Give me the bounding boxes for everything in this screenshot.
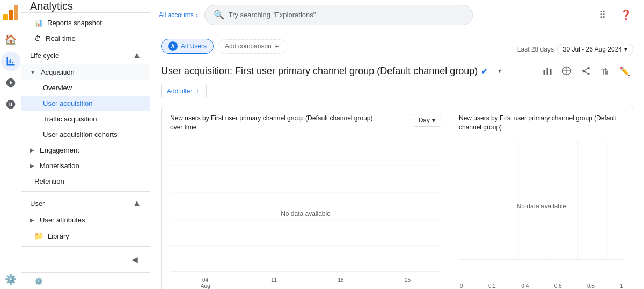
- right-chart-area: No data available 0 0.2 0.4 0.6 0.8 1: [459, 139, 624, 289]
- right-chart: New users by First user primary channel …: [450, 105, 633, 289]
- charts-row: New users by First user primary channel …: [161, 105, 633, 289]
- apps-icon[interactable]: ⠿: [592, 5, 612, 25]
- search-bar[interactable]: 🔍 Try searching "Explorations": [204, 5, 473, 25]
- breadcrumb[interactable]: All accounts ›: [159, 11, 198, 19]
- right-x-label-04: 0.4: [521, 283, 529, 289]
- settings-icon: ⚙️: [34, 277, 43, 285]
- svg-rect-3: [544, 70, 545, 75]
- svg-rect-0: [3, 14, 8, 20]
- compare-icon[interactable]: [558, 62, 575, 80]
- add-filter-button[interactable]: Add filter ＋: [161, 84, 207, 98]
- user-acquisition-link[interactable]: User acquisition: [21, 96, 150, 111]
- right-x-label-0: 0: [460, 283, 463, 289]
- real-time-icon: ⏱: [34, 34, 41, 42]
- add-comparison-icon: ＋: [274, 42, 280, 51]
- add-comparison-button[interactable]: Add comparison ＋: [218, 39, 287, 54]
- user-acquisition-cohorts-link[interactable]: User acquisition cohorts: [21, 127, 150, 142]
- collapse-user-icon: ▲: [133, 198, 141, 208]
- reports-snapshot-link[interactable]: 📊 Reports snapshot: [21, 15, 150, 31]
- app-logo[interactable]: [2, 4, 19, 21]
- breadcrumb-chevron-icon: ›: [196, 11, 198, 19]
- help-icon[interactable]: ❓: [616, 5, 635, 25]
- search-icon: 🔍: [214, 10, 224, 20]
- acquisition-header[interactable]: ▼ Acquisition: [21, 64, 150, 80]
- home-icon[interactable]: 🏠: [1, 30, 20, 49]
- left-chart-title: New users by First user primary channel …: [170, 114, 385, 132]
- sidebar: Analytics 📊 Reports snapshot ⏱ Real-time…: [21, 0, 150, 289]
- header-filter-row: A All Users Add comparison ＋ Last 28 day…: [161, 39, 633, 60]
- verified-icon: ✔: [481, 66, 488, 76]
- svg-rect-2: [14, 5, 18, 20]
- left-chart: New users by First user primary channel …: [162, 105, 450, 289]
- collapse-sidebar-button[interactable]: ◀: [126, 251, 143, 268]
- library-icon: 📁: [34, 232, 43, 240]
- engagement-section[interactable]: ▶ Engagement: [21, 142, 150, 158]
- x-label-aug18: 18: [338, 277, 344, 289]
- svg-rect-1: [9, 10, 13, 20]
- svg-rect-4: [547, 68, 548, 75]
- reports-icon[interactable]: [1, 52, 20, 71]
- title-chevron-icon[interactable]: ▾: [491, 62, 508, 80]
- expand-user-attributes-icon: ▶: [30, 217, 34, 223]
- acquisition-section: ▼ Acquisition Overview User acquisition …: [21, 64, 150, 142]
- page-title: User acquisition: First user primary cha…: [161, 66, 478, 77]
- overview-link[interactable]: Overview: [21, 80, 150, 96]
- collapse-lifecycle-icon: ▲: [133, 50, 141, 60]
- app-title: Analytics: [30, 0, 73, 12]
- filter-row: A All Users Add comparison ＋: [161, 39, 287, 54]
- right-x-label-06: 0.6: [554, 283, 562, 289]
- user-attributes-section[interactable]: ▶ User attributes: [21, 212, 150, 228]
- x-label-aug25: 25: [405, 277, 411, 289]
- day-select[interactable]: Day ▾: [413, 114, 441, 127]
- date-range-picker[interactable]: 30 Jul - 26 Aug 2024 ▾: [557, 44, 633, 55]
- settings-link[interactable]: ⚙️: [21, 272, 150, 289]
- configure-icon[interactable]: ⚙️: [1, 270, 20, 289]
- x-label-aug11: 11: [271, 277, 277, 289]
- share-icon[interactable]: [577, 62, 595, 80]
- main-content: A All Users Add comparison ＋ Last 28 day…: [150, 30, 644, 289]
- traffic-acquisition-link[interactable]: Traffic acquisition: [21, 111, 150, 127]
- right-chart-title: New users by First user primary channel …: [459, 114, 624, 132]
- day-select-chevron-icon: ▾: [432, 117, 435, 124]
- advertising-icon[interactable]: [1, 95, 20, 114]
- retention-link[interactable]: Retention: [21, 174, 150, 189]
- expand-acquisition-icon: ▼: [30, 69, 35, 75]
- right-x-label-08: 0.8: [587, 283, 595, 289]
- right-chart-no-data: No data available: [517, 203, 567, 210]
- life-cycle-section[interactable]: Life cycle ▲: [21, 46, 150, 64]
- chart-type-icon[interactable]: [539, 62, 556, 80]
- icon-rail: 🏠 ⚙️: [0, 0, 21, 289]
- right-x-label-02: 0.2: [488, 283, 496, 289]
- date-row: Last 28 days 30 Jul - 26 Aug 2024 ▾: [517, 44, 633, 55]
- page-header: User acquisition: First user primary cha…: [161, 62, 633, 80]
- title-action-icons: ✏️: [539, 62, 633, 80]
- library-link[interactable]: 📁 Library: [21, 228, 150, 244]
- avatar: A: [168, 41, 178, 51]
- insights-icon[interactable]: [597, 62, 614, 80]
- all-users-chip[interactable]: A All Users: [161, 39, 214, 54]
- real-time-link[interactable]: ⏱ Real-time: [21, 31, 150, 46]
- monetisation-section[interactable]: ▶ Monetisation: [21, 158, 150, 174]
- left-chart-no-data: No data available: [281, 210, 331, 218]
- svg-rect-5: [550, 69, 552, 75]
- right-x-label-1: 1: [620, 283, 623, 289]
- left-chart-area: No data available 04Aug 11 18 25: [170, 139, 441, 289]
- expand-monetisation-icon: ▶: [30, 163, 34, 169]
- edit-icon[interactable]: ✏️: [616, 62, 633, 80]
- date-chevron-icon: ▾: [624, 46, 627, 53]
- add-filter-plus-icon: ＋: [194, 86, 201, 96]
- topbar-right: ⠿ ❓: [592, 5, 635, 25]
- topbar: All accounts › 🔍 Try searching "Explorat…: [150, 0, 644, 30]
- expand-engagement-icon: ▶: [30, 147, 34, 153]
- explore-icon[interactable]: [1, 73, 20, 92]
- user-section-header[interactable]: User ▲: [21, 194, 150, 212]
- x-label-aug4: 04Aug: [201, 277, 210, 289]
- reports-snapshot-icon: 📊: [34, 19, 43, 27]
